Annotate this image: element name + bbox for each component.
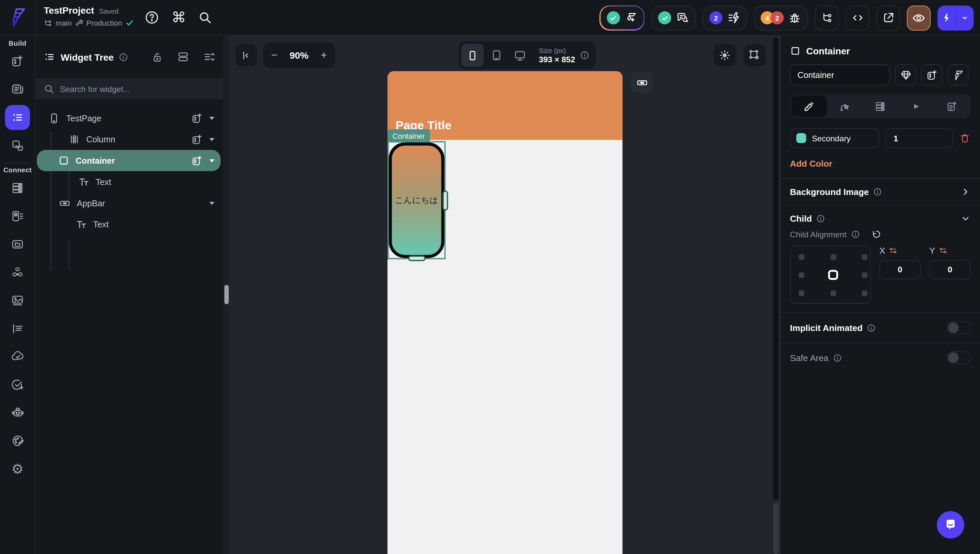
- branch-menu-button[interactable]: [815, 5, 839, 30]
- tree-row-appbar[interactable]: AppBar: [36, 192, 223, 214]
- tab-data[interactable]: [863, 96, 898, 117]
- comments-status-pill[interactable]: [651, 5, 696, 30]
- opacity-input[interactable]: 1: [886, 128, 953, 148]
- collapse-panel-button[interactable]: [236, 45, 257, 66]
- convert-to-component-button[interactable]: [947, 64, 969, 86]
- sidebar-item-content-manager[interactable]: [0, 202, 35, 230]
- canvas-scrollbar-thumb[interactable]: [773, 37, 779, 500]
- sidebar-item-image-assets[interactable]: [0, 286, 35, 314]
- tab-actions[interactable]: [898, 96, 934, 117]
- command-menu-button[interactable]: ⌘: [170, 9, 187, 26]
- align-bottom-right[interactable]: [862, 291, 868, 296]
- device-tablet-tab[interactable]: [485, 44, 507, 67]
- widget-name-input[interactable]: [790, 64, 890, 86]
- tree-row-text[interactable]: Text: [36, 214, 223, 235]
- container-text[interactable]: こんにちは: [395, 195, 438, 206]
- selection-badge[interactable]: Container: [387, 129, 430, 142]
- support-chat-button[interactable]: [937, 511, 964, 538]
- background-image-row[interactable]: Background Image: [781, 179, 980, 205]
- safe-area-toggle[interactable]: [947, 351, 970, 364]
- tab-documentation[interactable]: [934, 96, 969, 117]
- align-top-center[interactable]: [830, 254, 836, 260]
- run-button[interactable]: [937, 5, 974, 30]
- design-canvas[interactable]: Page Title Container こんにちは − 90% +: [229, 36, 772, 554]
- zoom-out-button[interactable]: −: [271, 49, 277, 61]
- help-button[interactable]: [143, 9, 160, 26]
- align-top-right[interactable]: [862, 254, 868, 260]
- flutterflow-logo[interactable]: [7, 7, 29, 28]
- align-bottom-center[interactable]: [830, 291, 836, 296]
- tree-scrollbar[interactable]: [223, 36, 229, 554]
- info-icon[interactable]: [119, 53, 128, 62]
- zoom-in-button[interactable]: +: [321, 49, 327, 61]
- info-icon[interactable]: [867, 323, 876, 332]
- info-icon[interactable]: [873, 187, 882, 196]
- issues-status-pill[interactable]: 4 2: [754, 5, 808, 30]
- run-options-chevron[interactable]: [956, 5, 974, 30]
- sidebar-item-components[interactable]: [0, 131, 35, 159]
- align-center-right[interactable]: [862, 272, 868, 278]
- reset-alignment-icon[interactable]: [871, 229, 881, 239]
- theme-style-button[interactable]: [895, 64, 916, 86]
- sidebar-item-media-assets[interactable]: [0, 230, 35, 258]
- add-color-link[interactable]: Add Color: [781, 148, 841, 178]
- phone-preview[interactable]: Page Title Container こんにちは: [387, 71, 623, 554]
- sidebar-item-tests[interactable]: [0, 370, 35, 398]
- tree-scrollbar-thumb[interactable]: [224, 285, 228, 304]
- tab-interactions[interactable]: [827, 96, 863, 117]
- widget-search[interactable]: [36, 78, 223, 99]
- lock-icon[interactable]: [151, 51, 163, 63]
- preview-button[interactable]: [907, 5, 931, 30]
- implicit-animated-toggle[interactable]: [947, 321, 970, 334]
- tree-row-container-selected[interactable]: Container: [37, 150, 221, 171]
- align-center-selected[interactable]: [828, 270, 838, 280]
- sidebar-item-pages[interactable]: [0, 75, 35, 103]
- selected-container-widget[interactable]: こんにちは: [389, 142, 445, 258]
- panel-layout-icon[interactable]: [177, 51, 189, 63]
- share-button[interactable]: [876, 5, 900, 30]
- add-widget-icon[interactable]: [191, 133, 203, 145]
- resize-handle-right[interactable]: [443, 190, 448, 210]
- size-info-icon[interactable]: [580, 51, 590, 60]
- resize-handle-bottom[interactable]: [408, 256, 425, 261]
- sidebar-item-database[interactable]: [0, 174, 35, 202]
- environment-name[interactable]: Production: [86, 18, 123, 27]
- fill-color-chip[interactable]: Secondary: [790, 128, 879, 148]
- child-alignment-grid[interactable]: [790, 246, 871, 304]
- x-alignment-input[interactable]: 0: [879, 260, 921, 279]
- info-icon[interactable]: [833, 353, 841, 362]
- tree-row-text[interactable]: Text: [36, 171, 223, 193]
- expand-caret[interactable]: [209, 117, 214, 120]
- align-bottom-left[interactable]: [798, 291, 804, 296]
- canvas-scrollbar[interactable]: [772, 36, 780, 554]
- sidebar-item-integrations[interactable]: [0, 258, 35, 286]
- view-code-button[interactable]: [846, 5, 869, 30]
- sidebar-item-widget-tree[interactable]: [0, 103, 35, 131]
- expand-caret[interactable]: [209, 159, 214, 162]
- tree-row-column[interactable]: Column: [36, 129, 223, 150]
- zoom-control[interactable]: − 90% +: [263, 42, 335, 68]
- run-bolt-icon[interactable]: [937, 5, 955, 30]
- wrap-widget-button[interactable]: [921, 64, 943, 86]
- expand-caret[interactable]: [209, 138, 214, 141]
- selection-box[interactable]: Container こんにちは: [387, 141, 446, 259]
- search-input[interactable]: [60, 84, 198, 93]
- expand-caret[interactable]: [209, 201, 214, 204]
- branch-name[interactable]: main: [56, 18, 72, 27]
- tab-properties[interactable]: [791, 96, 827, 117]
- theme-mode-button[interactable]: [714, 45, 736, 66]
- info-icon[interactable]: [851, 230, 860, 239]
- collapse-sort-icon[interactable]: [203, 51, 215, 63]
- device-phone-tab[interactable]: [461, 44, 483, 67]
- sidebar-item-cloud-functions[interactable]: [0, 342, 35, 370]
- device-desktop-tab[interactable]: [509, 44, 531, 67]
- appbar-select-button[interactable]: [631, 72, 653, 93]
- child-section-header[interactable]: Child: [781, 206, 980, 229]
- actions-status-pill[interactable]: 2: [703, 5, 747, 30]
- sidebar-item-custom-code[interactable]: [0, 314, 35, 342]
- sidebar-item-settings[interactable]: ⚙: [0, 455, 35, 483]
- y-alignment-input[interactable]: 0: [929, 260, 970, 279]
- align-center-left[interactable]: [798, 272, 804, 278]
- tree-row-testpage[interactable]: TestPage: [36, 107, 223, 129]
- search-button[interactable]: [196, 9, 214, 26]
